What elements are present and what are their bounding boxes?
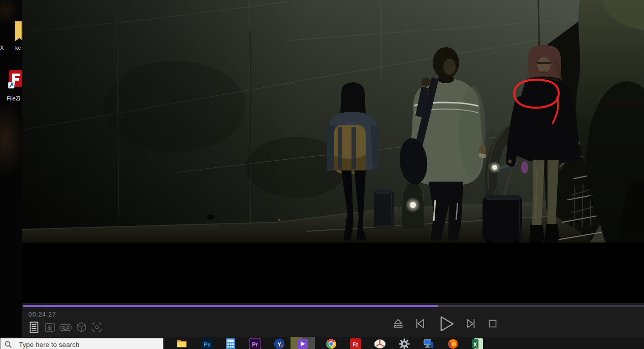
- skip-end-icon: [464, 317, 478, 331]
- filezilla-taskbar-icon: Fz: [350, 338, 361, 349]
- taskbar-filezilla[interactable]: Fz: [349, 338, 362, 349]
- folder-icon[interactable]: [14, 20, 22, 44]
- stop-icon: [486, 317, 499, 330]
- desktop-icon-filezilla-label[interactable]: FileZi: [7, 95, 20, 101]
- firefox-icon: [447, 338, 459, 349]
- excel-icon: X: [472, 338, 483, 349]
- taskbar-settings[interactable]: [398, 338, 410, 349]
- taskbar-this-pc[interactable]: [423, 338, 435, 349]
- capture-button[interactable]: [43, 321, 56, 334]
- taskbar-calculator[interactable]: [224, 338, 237, 349]
- playback-controls: [392, 313, 499, 334]
- desktop-icon-folder-label[interactable]: kc: [15, 45, 21, 51]
- desktop: X kc FileZi: [0, 0, 22, 349]
- taskbar-excel[interactable]: X: [471, 338, 484, 349]
- focus-360-icon: [91, 321, 103, 333]
- svg-text:Ps: Ps: [204, 341, 210, 347]
- taskbar-movies-tv[interactable]: [291, 337, 315, 349]
- pie-utility-icon: [374, 338, 386, 349]
- svg-text:X: X: [473, 342, 477, 347]
- taskbar-premiere[interactable]: Pr: [249, 338, 261, 349]
- svg-text:Y: Y: [277, 341, 281, 347]
- 3d-button[interactable]: [75, 321, 88, 334]
- seekbar-fill: [23, 305, 438, 307]
- play-button[interactable]: [435, 313, 456, 334]
- svg-text:Fz: Fz: [352, 342, 358, 347]
- view-360-button[interactable]: [90, 321, 104, 334]
- playlist-icon: [28, 321, 40, 333]
- previous-button[interactable]: [413, 317, 427, 331]
- file-explorer-icon: [176, 338, 187, 349]
- vr-goggles-icon: [59, 321, 72, 333]
- eject-icon: [392, 317, 405, 330]
- search-icon: [5, 341, 12, 348]
- gear-icon: [399, 338, 410, 349]
- svg-text:Pr: Pr: [252, 341, 258, 347]
- taskbar-firefox[interactable]: [447, 338, 459, 349]
- movies-tv-icon: [298, 339, 308, 349]
- taskbar-pie-utility[interactable]: [374, 338, 386, 349]
- player-left-controls: [27, 321, 104, 334]
- seekbar[interactable]: [23, 305, 644, 307]
- eject-button[interactable]: [392, 317, 405, 330]
- wallpaper-texture: [0, 101, 22, 178]
- photoshop-icon: Ps: [202, 338, 213, 349]
- download-box-icon: [44, 321, 56, 333]
- video-display: [22, 0, 644, 303]
- playlist-button[interactable]: [27, 321, 41, 334]
- trash-bin: [373, 189, 395, 229]
- skip-start-icon: [413, 317, 427, 331]
- play-icon: [435, 313, 456, 334]
- taskbar-file-explorer[interactable]: [176, 338, 188, 349]
- video-player-window: 00:24:27: [22, 0, 644, 337]
- elapsed-time: 00:24:27: [28, 311, 56, 318]
- this-pc-icon: [423, 338, 434, 349]
- calculator-icon: [225, 338, 236, 349]
- chrome-icon: [326, 338, 337, 349]
- stop-button[interactable]: [486, 317, 499, 330]
- screen: X kc FileZi: [0, 0, 644, 349]
- taskbar-chrome[interactable]: [325, 338, 337, 349]
- taskbar-photoshop[interactable]: Ps: [201, 338, 213, 349]
- vr-button[interactable]: [59, 321, 72, 334]
- purple-bag: [521, 161, 528, 173]
- y-video-app-icon: Y: [274, 338, 285, 349]
- video-frame: [22, 0, 644, 242]
- desktop-icon-x[interactable]: X: [0, 45, 4, 51]
- search-input[interactable]: [0, 338, 164, 349]
- taskbar-video-app[interactable]: Y: [273, 338, 285, 349]
- next-button[interactable]: [464, 317, 478, 331]
- cube-3d-icon: [75, 321, 87, 333]
- filezilla-icon[interactable]: [8, 69, 22, 92]
- premiere-icon: Pr: [249, 338, 261, 349]
